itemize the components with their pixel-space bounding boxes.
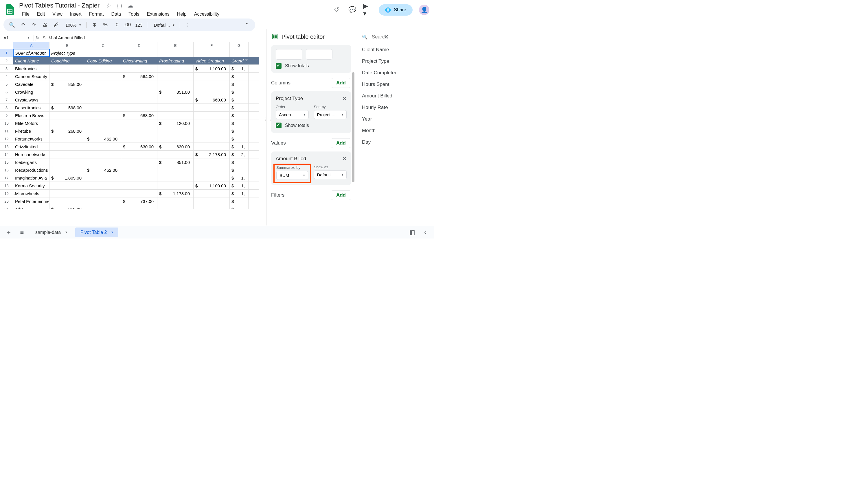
row-header-2[interactable]: 2 xyxy=(0,57,13,65)
font-dropdown[interactable]: Defaul... xyxy=(151,23,176,28)
menu-view[interactable]: View xyxy=(50,10,65,18)
row-header-8[interactable]: 8 xyxy=(0,104,13,111)
col-header-a[interactable]: A xyxy=(13,42,50,49)
columns-show-totals-checkbox[interactable] xyxy=(276,123,281,128)
paint-format-icon[interactable]: 🖌 xyxy=(52,21,60,29)
cell-clientname[interactable]: Elite Motors xyxy=(13,120,50,127)
row-header-5[interactable]: 5 xyxy=(0,80,13,88)
cell-clientname[interactable]: Hurricanetworks xyxy=(13,150,50,158)
cell-a1[interactable]: SUM of Amount xyxy=(13,49,50,57)
menu-accessibility[interactable]: Accessibility xyxy=(191,10,222,18)
cell-clientname[interactable]: Electron Brews xyxy=(13,111,50,119)
menu-edit[interactable]: Edit xyxy=(34,10,48,18)
rows-show-totals-checkbox[interactable] xyxy=(276,63,281,69)
percent-icon[interactable]: % xyxy=(101,21,110,29)
move-icon[interactable]: ⬚ xyxy=(117,2,122,9)
star-icon[interactable]: ☆ xyxy=(106,2,112,9)
number-format-button[interactable]: 123 xyxy=(134,23,144,28)
sheets-logo[interactable] xyxy=(5,3,15,17)
row-header-14[interactable]: 14 xyxy=(0,150,13,158)
collapse-toolbar-icon[interactable]: ⌃ xyxy=(243,21,251,29)
cell-clientname[interactable]: Deserttronics xyxy=(13,104,50,111)
summarize-select[interactable]: SUM xyxy=(276,171,308,180)
cell-clientname[interactable]: Fortunetworks xyxy=(13,135,50,142)
menu-insert[interactable]: Insert xyxy=(67,10,85,18)
undo-icon[interactable]: ↶ xyxy=(19,21,27,29)
cell-clientname[interactable]: Imagination Avia xyxy=(13,174,50,181)
showas-select[interactable]: Default xyxy=(314,170,347,179)
cell-clientname[interactable]: Bluetronics xyxy=(13,65,50,72)
cell-clientname[interactable]: Karma Security xyxy=(13,182,50,190)
sortby-select[interactable]: Project ... xyxy=(314,110,347,119)
increase-decimal-icon[interactable]: .00 xyxy=(123,21,132,29)
menu-format[interactable]: Format xyxy=(86,10,107,18)
redo-icon[interactable]: ↷ xyxy=(30,21,38,29)
row-header-20[interactable]: 20 xyxy=(0,198,13,205)
row-header-12[interactable]: 12 xyxy=(0,135,13,142)
menu-file[interactable]: File xyxy=(19,10,32,18)
cell-clientname[interactable]: Crowking xyxy=(13,88,50,96)
cell-clientname[interactable]: Petal Entertainment xyxy=(13,198,50,205)
remove-columns-chip-icon[interactable]: ✕ xyxy=(342,95,347,102)
search-menus-icon[interactable]: 🔍 xyxy=(7,21,16,29)
menu-data[interactable]: Data xyxy=(108,10,124,18)
col-header-f[interactable]: F xyxy=(193,42,230,49)
cell-clientname[interactable]: Crystalways xyxy=(13,96,50,103)
decrease-decimal-icon[interactable]: .0 xyxy=(112,21,121,29)
field-amount-billed[interactable]: Amount Billed xyxy=(361,90,429,102)
rows-order-select[interactable] xyxy=(276,49,302,60)
field-hours-spent[interactable]: Hours Spent xyxy=(361,79,429,90)
document-title[interactable]: Pivot Tables Tutorial - Zapier xyxy=(19,2,99,9)
rows-sortby-select[interactable] xyxy=(306,49,333,60)
remove-values-chip-icon[interactable]: ✕ xyxy=(342,156,347,162)
share-button[interactable]: 🌐 Share xyxy=(379,4,412,15)
explore-icon[interactable]: ◧ xyxy=(407,227,417,238)
col-header-d[interactable]: D xyxy=(121,42,157,49)
cell-b1[interactable]: Project Type xyxy=(50,49,85,57)
row-header-15[interactable]: 15 xyxy=(0,159,13,166)
print-icon[interactable]: 🖨 xyxy=(40,21,49,29)
add-sheet-icon[interactable]: ＋ xyxy=(3,227,14,238)
row-header-17[interactable]: 17 xyxy=(0,174,13,181)
add-columns-button[interactable]: Add xyxy=(331,78,351,88)
order-select[interactable]: Ascen... xyxy=(276,110,309,119)
field-year[interactable]: Year xyxy=(361,113,429,125)
field-project-type[interactable]: Project Type xyxy=(361,56,429,67)
row-header-9[interactable]: 9 xyxy=(0,111,13,119)
panel-drag-handle[interactable]: ⋮⋮ xyxy=(263,116,272,122)
row-header-13[interactable]: 13 xyxy=(0,143,13,150)
comments-icon[interactable]: 💬 xyxy=(347,5,357,14)
cloud-status-icon[interactable]: ☁ xyxy=(127,2,133,9)
zoom-dropdown[interactable]: 100% xyxy=(62,23,83,28)
cell-clientname[interactable]: Firetube xyxy=(13,127,50,135)
row-header-1[interactable]: 1 xyxy=(0,49,13,57)
cell-clientname[interactable]: elfly xyxy=(13,205,50,209)
col-header-g[interactable]: G xyxy=(230,42,249,49)
add-values-button[interactable]: Add xyxy=(331,138,351,148)
row-header-10[interactable]: 10 xyxy=(0,120,13,127)
tab-sample-data[interactable]: sample-data xyxy=(30,228,72,237)
col-header-c[interactable]: C xyxy=(85,42,121,49)
row-header-4[interactable]: 4 xyxy=(0,73,13,80)
select-all-corner[interactable] xyxy=(0,42,13,49)
field-hourly-rate[interactable]: Hourly Rate xyxy=(361,102,429,113)
tab-pivot-table-2[interactable]: Pivot Table 2 xyxy=(75,228,118,237)
cell-clientname[interactable]: Icecaproductions xyxy=(13,166,50,174)
row-header-7[interactable]: 7 xyxy=(0,96,13,103)
cell-clientname[interactable]: Microwheels xyxy=(13,190,50,197)
currency-icon[interactable]: $ xyxy=(90,21,99,29)
history-icon[interactable]: ↺ xyxy=(332,5,341,14)
menu-help[interactable]: Help xyxy=(174,10,189,18)
user-avatar[interactable]: 👤 xyxy=(419,5,429,15)
more-toolbar-icon[interactable]: ⋮ xyxy=(183,21,192,29)
col-header-e[interactable]: E xyxy=(157,42,193,49)
row-header-16[interactable]: 16 xyxy=(0,166,13,174)
menu-tools[interactable]: Tools xyxy=(126,10,142,18)
all-sheets-icon[interactable]: ≡ xyxy=(17,227,27,238)
side-panel-toggle-icon[interactable]: ‹ xyxy=(420,227,431,238)
cell-clientname[interactable]: Grizzlimited xyxy=(13,143,50,150)
row-header-6[interactable]: 6 xyxy=(0,88,13,96)
row-header-21[interactable]: 21 xyxy=(0,205,13,209)
menu-extensions[interactable]: Extensions xyxy=(144,10,173,18)
row-header-3[interactable]: 3 xyxy=(0,65,13,72)
